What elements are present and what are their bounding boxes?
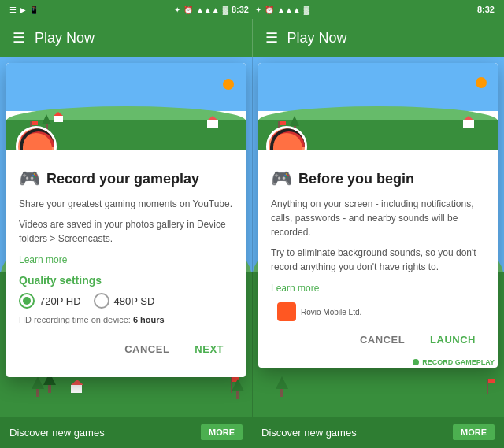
radio-480p-outer[interactable] (94, 293, 109, 309)
dialog1-small-house (54, 112, 63, 122)
dialog2-flag (280, 121, 286, 125)
dialog1: 🎮 Record your gameplay Share your greate… (6, 63, 246, 377)
status-bar: ☰ ▶ 📱 ✦ ⏰ ▲▲▲ ▓ 8:32 ✦ ⏰ ▲▲▲ ▓ 8:32 (0, 0, 504, 19)
right-panel: 🎮 Before you begin Anything on your scre… (252, 57, 504, 417)
bottom-bar-left: Discover new games MORE (0, 417, 252, 448)
dialog2: 🎮 Before you begin Anything on your scre… (258, 63, 498, 368)
dialog1-learn-more[interactable]: Learn more (19, 254, 67, 265)
dialog1-title-row: 🎮 Record your gameplay (19, 162, 233, 189)
dialog2-sky (258, 63, 498, 111)
dialog2-orange-tree (476, 77, 487, 88)
dialog1-hero (6, 63, 246, 150)
dialog2-container: 🎮 Before you begin Anything on your scre… (252, 57, 504, 417)
time-right: 8:32 (477, 5, 495, 14)
bluetooth-icon-right: ✦ (255, 6, 261, 14)
bottom-bar-right: Discover new games MORE (252, 417, 504, 448)
discover-text-left: Discover new games (9, 427, 105, 439)
app-title-left: Play Now (35, 30, 94, 46)
panel-divider (252, 57, 253, 417)
radio-group: 720P HD 480P SD (19, 293, 233, 309)
status-bar-right-half: ✦ ⏰ ▲▲▲ ▓ 8:32 (252, 5, 498, 14)
status-bar-left-half: ☰ ▶ 📱 ✦ ⏰ ▲▲▲ ▓ 8:32 (6, 5, 252, 14)
quality-settings-title: Quality settings (19, 274, 233, 287)
dialog2-body: 🎮 Before you begin Anything on your scre… (258, 150, 498, 368)
battery-icon-right: ▓ (304, 6, 309, 14)
left-panel: 🎮 Record your gameplay Share your greate… (0, 57, 252, 417)
dialog1-actions: CANCEL NEXT (19, 334, 233, 365)
menu-icon-left[interactable]: ☰ (13, 29, 25, 46)
dialog2-text2: Try to eliminate background sounds, so y… (271, 246, 485, 274)
alarm-icon-right: ⏰ (265, 6, 274, 14)
alarm-icon-left: ⏰ (183, 6, 193, 14)
status-bar-left-right: ✦ ⏰ ▲▲▲ ▓ 8:32 (174, 5, 249, 14)
dialog2-cancel-button[interactable]: CANCEL (350, 328, 414, 352)
signal-icon-left: ▲▲▲ (196, 6, 220, 14)
dialog1-text1: Share your greatest gaming moments on Yo… (19, 197, 233, 211)
rovio-logo (277, 302, 296, 321)
app-bar: ☰ Play Now ☰ Play Now (0, 19, 504, 57)
android-icon: ☰ (9, 6, 17, 14)
app-bar-right: ☰ Play Now (253, 19, 505, 57)
dialog2-text1: Anything on your screen - including noti… (271, 197, 485, 239)
dialog1-next-button[interactable]: NEXT (185, 337, 233, 361)
bluetooth-icon-left: ✦ (174, 6, 180, 14)
record-dot (413, 359, 419, 365)
status-bar-left-icons: ☰ ▶ 📱 (9, 6, 39, 14)
more-button-right[interactable]: MORE (453, 424, 495, 440)
app-bar-left: ☰ Play Now (0, 19, 252, 57)
record-text[interactable]: RECORD GAMEPLAY (422, 358, 495, 366)
dialog2-title: Before you begin (298, 171, 414, 187)
dialog1-flag (32, 121, 38, 125)
hd-info: HD recording time on device: 6 hours (19, 315, 233, 324)
hd-time: 6 hours (133, 315, 165, 324)
dialog2-house (463, 116, 474, 128)
dialog1-house (207, 116, 218, 128)
play-icon: ▶ (20, 6, 26, 14)
bottom-bar: Discover new games MORE Discover new gam… (0, 417, 504, 448)
radio-720p-outer[interactable] (19, 293, 35, 309)
radio-480p[interactable]: 480P SD (94, 293, 155, 309)
discover-text-right: Discover new games (261, 427, 357, 439)
dialog2-title-row: 🎮 Before you begin (271, 162, 485, 189)
signal-icon-right: ▲▲▲ (277, 6, 301, 14)
record-btn-area: RECORD GAMEPLAY (413, 358, 495, 366)
dialog1-text2: Videos are saved in your photos gallery … (19, 217, 233, 246)
radio-480p-label: 480P SD (114, 295, 155, 307)
dialog1-sky (6, 63, 246, 111)
dialog2-actions: CANCEL LAUNCH (271, 324, 485, 355)
radio-720p-label: 720P HD (39, 295, 81, 307)
dialog2-learn-more[interactable]: Learn more (271, 283, 319, 294)
app-title-right: Play Now (287, 30, 347, 46)
gamepad-icon-1: 🎮 (19, 168, 40, 189)
content-area: 🎮 Record your gameplay Share your greate… (0, 57, 504, 417)
status-bar-right-time: 8:32 (477, 5, 495, 14)
dialog1-cancel-button[interactable]: CANCEL (115, 337, 179, 361)
dialog2-launch-button[interactable]: LAUNCH (421, 328, 485, 352)
status-bar-right-icons: ✦ ⏰ ▲▲▲ ▓ (255, 6, 309, 14)
rovio-text: Rovio Mobile Ltd. (301, 308, 361, 317)
rovio-row: Rovio Mobile Ltd. RECORD GAMEPLAY (271, 299, 485, 324)
radio-720p[interactable]: 720P HD (19, 293, 81, 309)
dialog1-tree1-top (42, 114, 51, 124)
dialog2-hero (258, 63, 498, 150)
dialog2-house-body (463, 120, 474, 128)
dialog1-container: 🎮 Record your gameplay Share your greate… (0, 57, 252, 417)
more-button-left[interactable]: MORE (201, 424, 243, 440)
dialog2-tree1-top (290, 116, 299, 126)
phone-icon: 📱 (29, 6, 39, 14)
gamepad-icon-2: 🎮 (271, 168, 292, 189)
menu-icon-right[interactable]: ☰ (265, 29, 278, 46)
dialog1-orange-tree (223, 79, 234, 90)
battery-icon-left: ▓ (223, 6, 228, 14)
radio-720p-inner (23, 297, 31, 305)
dialog1-title: Record your gameplay (46, 171, 199, 187)
time-left: 8:32 (232, 5, 249, 14)
dialog1-small-house-body (54, 116, 63, 122)
hd-info-text: HD recording time on device: (19, 315, 133, 324)
dialog1-body: 🎮 Record your gameplay Share your greate… (6, 150, 246, 377)
dialog1-house-body (207, 120, 218, 128)
